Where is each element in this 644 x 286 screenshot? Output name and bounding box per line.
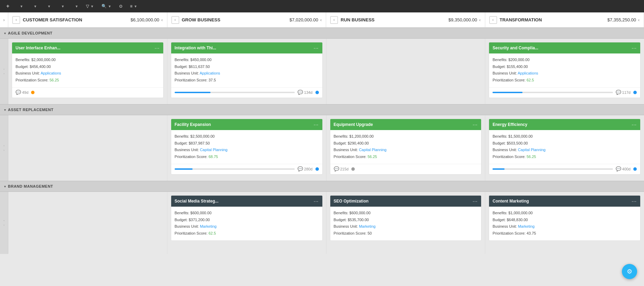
business-unit-link-integration-thi[interactable]: Applications [200,71,220,75]
lane-body-asset-replacement: ‹› Facility Expansion ··· Benefits: $2,5… [0,115,644,181]
comment-icon-equipment-upgrade: 💬 [334,166,339,171]
filter-button[interactable]: ▽ ▼ [83,2,97,10]
lane-col-brand-management-transformation: Content Marketing ··· Benefits: $1,000,0… [485,192,644,254]
lane-header-brand-management: ▾ BRAND MANAGEMENT [0,181,644,192]
card-menu-equipment-upgrade[interactable]: ··· [473,122,478,127]
col-chevron-transformation[interactable]: ‹ [638,18,640,22]
business-unit-link-equipment-upgrade[interactable]: Capital Planning [359,148,387,152]
card-menu-social-media-strateg[interactable]: ··· [314,198,319,204]
card-header-equipment-upgrade[interactable]: Equipment Upgrade ··· [330,119,481,130]
card-header-content-marketing[interactable]: Content Marketing ··· [489,196,640,207]
progress-bar-container-security-complia [492,92,613,93]
card-body-social-media-strateg: Benefits: $600,000.00 Budget: $371,200.0… [171,207,322,240]
lane-columns-asset-replacement: Facility Expansion ··· Benefits: $2,500,… [8,115,644,181]
business-unit-link-seo-optimization[interactable]: Marketing [359,224,375,228]
card-budget-facility-expansion: Budget: $837,987.50 [175,140,319,146]
card-business-unit-equipment-upgrade: Business Unit: Capital Planning [334,147,478,153]
lane-toggle-brand-management[interactable]: ▾ [4,185,6,188]
progress-bar-integration-thi [175,92,211,93]
card-score-social-media-strateg: Prioritization Score: 62.5 [175,230,319,236]
card-menu-integration-thi[interactable]: ··· [314,45,319,51]
col-toggle-grow-business[interactable]: ‹ [172,16,179,24]
card-business-unit-content-marketing: Business Unit: Marketing [492,224,637,229]
lane-col-agile-development-customer-satisfaction: User Interface Enhan... ··· Benefits: $2… [8,39,167,104]
lane-resize-handle[interactable]: ‹› [0,39,8,104]
business-unit-link-content-marketing[interactable]: Marketing [518,224,535,228]
search-button[interactable]: 🔍 ▼ [99,2,114,10]
card-comment-facility-expansion: 💬 280d [297,166,312,171]
lane-columns-brand-management: Social Media Strateg... ··· Benefits: $6… [8,192,644,254]
card-menu-content-marketing[interactable]: ··· [632,198,637,204]
card-business-unit-energy-efficiency: Business Unit: Capital Planning [492,147,637,153]
card-footer-equipment-upgrade: 💬 215d [330,164,481,174]
card-budget-energy-efficiency: Budget: $503,500.00 [492,140,637,146]
business-unit-link-social-media-strateg[interactable]: Marketing [200,224,216,228]
card-title-seo-optimization: SEO Optimization [334,199,473,204]
filter-icon: ▽ [86,4,89,9]
card-menu-facility-expansion[interactable]: ··· [314,122,319,127]
lane-col-agile-development-grow-business: Integration with Thi... ··· Benefits: $4… [167,39,326,104]
fab-button[interactable]: ⚙ [622,264,637,279]
col-toggle-run-business[interactable]: ‹ [330,16,338,24]
card-budget-integration-thi: Budget: $611,637.50 [175,64,319,70]
col-amount-run-business: $9,350,000.00 [448,17,477,22]
card-budget-equipment-upgrade: Budget: $290,400.00 [334,140,478,146]
card-budget-ui-enhance: Budget: $456,400.00 [16,64,160,70]
lane-brand-management: ▾ BRAND MANAGEMENT ‹› Social Media Strat… [0,181,644,254]
card-header-integration-thi[interactable]: Integration with Thi... ··· [171,42,322,53]
card-score-content-marketing: Prioritization Score: 43.75 [492,230,637,236]
colorby-filter[interactable]: ▼ [42,3,53,10]
card-dot-security-complia [633,91,637,94]
lane-col-brand-management-run-business: SEO Optimization ··· Benefits: $600,000.… [326,192,486,254]
progress-bar-container-facility-expansion [175,168,295,170]
lane-asset-replacement: ▾ ASSET REPLACEMENT ‹› Facility Expansio… [0,104,644,181]
left-panel-toggle[interactable]: › [0,12,8,27]
card-header-facility-expansion[interactable]: Facility Expansion ··· [171,119,322,130]
col-toggle-customer-satisfaction[interactable]: ‹ [12,16,20,24]
add-button[interactable]: + [3,2,12,11]
card-body-ui-enhance: Benefits: $2,000,000.00 Budget: $456,400… [12,53,163,87]
card-dot-ui-enhance [31,91,35,94]
col-header-grow-business: ‹ GROW BUSINESS $7,020,000.00 ‹ [167,12,326,27]
lane-resize-handle[interactable]: ‹› [0,192,8,254]
card-benefits-equipment-upgrade: Benefits: $1,200,000.00 [334,134,478,139]
col-chevron-grow-business[interactable]: ‹ [320,18,322,22]
card-menu-security-complia[interactable]: ··· [632,45,637,51]
menu-button[interactable]: ≡ ▼ [127,2,140,10]
card-benefits-facility-expansion: Benefits: $2,500,000.00 [175,134,319,139]
card-body-security-complia: Benefits: $200,000.00 Budget: $155,400.0… [489,53,640,87]
card-header-security-complia[interactable]: Security and Complia... ··· [489,42,640,53]
columns-header: › ‹ CUSTOMER SATISFACTION $6,100,000.00 … [0,12,644,28]
business-unit-link-facility-expansion[interactable]: Capital Planning [200,148,227,152]
card-business-unit-seo-optimization: Business Unit: Marketing [334,224,478,229]
card-menu-energy-efficiency[interactable]: ··· [632,122,637,127]
totals-filter[interactable]: ▼ [56,3,67,10]
lane-resize-handle[interactable]: ‹› [0,115,8,181]
progress-bar-security-complia [492,92,523,93]
business-unit-link-energy-efficiency[interactable]: Capital Planning [518,148,546,152]
col-chevron-customer-satisfaction[interactable]: ‹ [162,18,163,22]
card-menu-ui-enhance[interactable]: ··· [155,45,160,51]
card-header-energy-efficiency[interactable]: Energy Efficiency ··· [489,119,640,130]
column-filter[interactable]: ▼ [14,3,26,10]
business-unit-link-security-complia[interactable]: Applications [518,71,538,75]
card-dot-integration-thi [315,91,319,94]
col-toggle-transformation[interactable]: ‹ [489,16,497,24]
card-header-ui-enhance[interactable]: User Interface Enhan... ··· [12,42,163,53]
card-comment-security-complia: 💬 117d [616,90,631,95]
lanes-filter[interactable]: ▼ [28,3,40,10]
business-unit-link-ui-enhance[interactable]: Applications [41,71,61,75]
lane-title-agile-development: AGILE DEVELOPMENT [8,31,52,35]
card-body-equipment-upgrade: Benefits: $1,200,000.00 Budget: $290,400… [330,130,481,164]
card-header-seo-optimization[interactable]: SEO Optimization ··· [330,196,481,207]
card-header-social-media-strateg[interactable]: Social Media Strateg... ··· [171,196,322,207]
lane-toggle-asset-replacement[interactable]: ▾ [4,108,6,112]
card-menu-seo-optimization[interactable]: ··· [473,198,478,204]
col-chevron-run-business[interactable]: ‹ [479,18,481,22]
lane-toggle-agile-development[interactable]: ▾ [4,31,6,35]
plantype-filter[interactable]: ▼ [69,3,81,10]
card-body-energy-efficiency: Benefits: $1,500,000.00 Budget: $503,500… [489,130,640,164]
card-footer-facility-expansion: 💬 280d [171,164,322,174]
help-button[interactable]: ⊙ [116,2,125,10]
card-comment-ui-enhance: 💬 49d [16,90,28,95]
